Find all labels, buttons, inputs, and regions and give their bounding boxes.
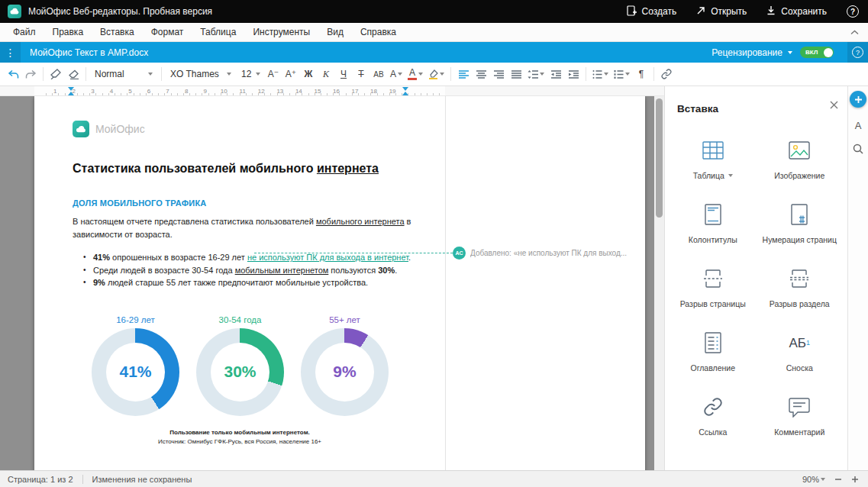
subscript-button[interactable]: А [388,65,405,83]
insert-hyperlink-button[interactable]: Ссылка [670,391,757,440]
indent-marker-left[interactable] [68,87,75,95]
caps-button[interactable]: АВ [370,65,387,83]
ruler-numbers: 12345678910111213141516171819 [34,86,445,95]
donut-hole: 9% [315,343,374,402]
indent-increase-button[interactable] [565,65,582,83]
strikethrough-button[interactable]: Т [353,65,369,83]
text-segment: 30% [378,266,395,275]
insert-link-button[interactable] [658,65,675,83]
chevron-down-icon [227,73,231,76]
insert-table-button[interactable]: Таблица [670,134,757,183]
scrollbar-thumb[interactable] [656,98,663,218]
paragraph-style-select[interactable]: Normal [90,65,157,83]
search-icon[interactable] [853,144,863,157]
show-formatting-marks-button[interactable]: ¶ [633,65,650,83]
menu-edit[interactable]: Правка [44,27,92,37]
close-icon[interactable] [830,98,838,112]
toggle-knob [824,48,833,57]
zoom-out-button[interactable] [834,476,842,483]
insert-image-label: Изображение [774,171,824,180]
donut-ring: 30% [196,328,284,416]
insert-image-button[interactable]: Изображение [757,134,844,183]
align-center-button[interactable] [473,65,489,83]
page-content[interactable]: МойОфис Статистика пользователей мобильн… [34,96,445,447]
insert-headers-footers-button[interactable]: Колонтитулы [670,198,757,247]
open-button[interactable]: Открыть [696,6,747,18]
menu-format[interactable]: Формат [143,27,192,37]
collapse-toolbar-button[interactable] [850,27,859,37]
indent-decrease-button[interactable] [547,65,564,83]
ruler-scale: 12345678910111213141516171819 [34,86,445,95]
document-page[interactable]: МойОфис Статистика пользователей мобильн… [34,96,645,470]
footnote-superscript: 1 [806,340,810,347]
document-title: Статистика пользователей мобильного инте… [73,162,439,176]
menu-insert[interactable]: Вставка [92,27,143,37]
text-segment: мобильного интернета [316,217,405,226]
create-button[interactable]: Создать [627,5,677,18]
add-button[interactable] [850,91,866,108]
insert-page-number-button[interactable]: Нумерация страниц [757,198,844,247]
track-changes-toggle[interactable]: ВКЛ [800,47,834,58]
text-segment: . [395,266,397,275]
help-icon[interactable]: ? [847,5,859,18]
comment-icon [788,394,811,420]
insert-footnote-button[interactable]: АБ1 Сноска [757,327,844,376]
donut-value: 30% [224,363,256,381]
line-spacing-button[interactable] [525,65,547,83]
chart-label: 30-54 года [219,315,262,324]
ruler-number: 15 [308,88,328,95]
align-right-button[interactable] [490,65,507,83]
clear-formatting-button[interactable] [65,65,82,83]
font-color-button[interactable]: А [405,65,425,83]
text-tool-icon[interactable]: А [855,120,862,131]
statusbar-separator [82,475,83,484]
toolbar-separator [586,67,586,81]
review-dropdown[interactable]: Рецензирование [712,47,792,58]
zoom-level-select[interactable]: 90% [802,475,825,484]
italic-button[interactable]: К [318,65,334,83]
ruler-number: 11 [233,88,252,95]
redo-button[interactable] [22,65,39,83]
main-area: 12345678910111213141516171819 МойОфис Ст… [0,86,868,470]
menubar: Файл Правка Вставка Формат Таблица Инстр… [0,23,868,42]
menu-tools[interactable]: Инструменты [244,27,318,37]
ruler[interactable]: 12345678910111213141516171819 [0,86,664,96]
font-size-increase-button[interactable]: А⁺ [282,65,299,83]
save-button[interactable]: Сохранить [766,5,827,18]
font-size-select[interactable]: 12 [237,65,264,83]
insert-comment-button[interactable]: Комментарий [757,391,844,440]
font-size-value: 12 [241,69,251,79]
menu-table[interactable]: Таблица [192,27,244,37]
app-menu-button[interactable]: ⋮ [0,42,21,63]
zoom-in-button[interactable] [851,476,859,483]
numbered-list-button[interactable] [611,65,632,83]
align-left-button[interactable] [455,65,472,83]
insert-section-break-button[interactable]: Разрыв раздела [757,263,844,311]
document-bar: ⋮ МойОфис Текст в AMP.docx Рецензировани… [0,42,868,63]
undo-button[interactable] [5,65,21,83]
font-size-decrease-button[interactable]: А⁻ [265,65,282,83]
align-justify-button[interactable] [508,65,524,83]
vertical-scrollbar[interactable] [654,96,664,470]
highlight-color-button[interactable] [426,65,447,83]
menu-file[interactable]: Файл [5,27,44,37]
menu-view[interactable]: Вид [318,27,352,37]
bullet-list-button[interactable] [590,65,611,83]
indent-marker-right[interactable] [402,87,409,95]
document-viewport[interactable]: МойОфис Статистика пользователей мобильн… [0,96,664,470]
underline-button[interactable]: Ч [335,65,352,83]
font-color-glyph: А [409,68,415,77]
footnote-icon: АБ1 [789,330,810,356]
format-painter-button[interactable] [47,65,64,83]
insert-page-break-button[interactable]: Разрыв страницы [670,263,757,311]
menu-help[interactable]: Справка [352,27,405,37]
insert-toc-button[interactable]: Оглавление [670,327,757,376]
paragraph-style-value: Normal [95,69,124,79]
text-segment: не используют ПК для выхода в интернет [247,253,408,262]
text-segment: пользуются [328,266,378,275]
comment-bubble[interactable]: АС Добавлено: «не используют ПК для выхо… [453,247,641,260]
text-segment: людей старше 55 лет также предпочитают м… [105,278,368,287]
bold-button[interactable]: Ж [300,65,317,83]
docbar-help-button[interactable]: ? [847,42,868,63]
font-family-select[interactable]: XO Thames [166,65,236,83]
